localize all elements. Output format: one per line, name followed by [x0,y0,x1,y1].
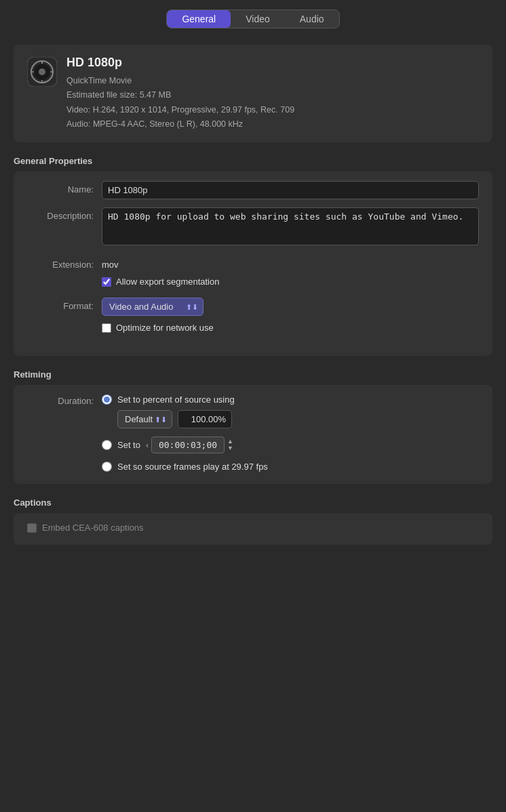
option2-row: Set to ‹ 00:00:03;00 ▲ ▼ [102,437,479,453]
info-card: HD 1080p QuickTime Movie Estimated file … [14,45,492,142]
optimize-network-label: Optimize for network use [116,323,214,333]
export-segmentation-row: Allow export segmentation [102,277,479,287]
timecode-control: ‹ 00:00:03;00 ▲ ▼ [146,437,233,453]
info-title: HD 1080p [66,56,294,70]
tab-audio[interactable]: Audio [285,10,339,28]
info-audio: Audio: MPEG-4 AAC, Stereo (L R), 48.000 … [66,117,294,131]
timecode-arrows[interactable]: ▲ ▼ [227,439,233,451]
description-label: Description: [27,207,102,221]
default-select-wrapper: Default Custom ⬆⬇ [117,410,172,428]
duration-label: Duration: [27,394,102,406]
general-properties-title: General Properties [14,156,492,166]
option2-radio[interactable] [102,440,112,450]
format-select[interactable]: Video and Audio Video Only Audio Only [102,298,203,316]
radio-options: Set to percent of source using Default C… [102,394,479,472]
timecode-display: 00:00:03;00 [151,437,225,453]
embed-cea-label: Embed CEA-608 captions [42,523,144,533]
option3-row: Set so source frames play at 29.97 fps [102,462,479,472]
format-value: Video and Audio Video Only Audio Only ⬆⬇… [102,298,479,336]
embed-cea-checkbox[interactable] [27,523,37,533]
export-segmentation-label: Allow export segmentation [116,277,219,287]
option1-label: Set to percent of source using [117,394,235,405]
timecode-chevron-left[interactable]: ‹ [146,441,149,450]
info-video: Video: H.264, 1920 x 1014, Progressive, … [66,103,294,117]
extension-row: Extension: mov Allow export segmentation [27,256,479,289]
option1-row: Set to percent of source using [102,394,479,405]
duration-row: Duration: Set to percent of source using… [27,394,479,472]
timecode-down-arrow[interactable]: ▼ [227,445,233,451]
option1-controls: Default Custom ⬆⬇ [117,410,479,428]
description-input[interactable] [102,207,479,245]
svg-point-3 [39,68,45,75]
retiming-card: Duration: Set to percent of source using… [14,385,492,484]
captions-card: Embed CEA-608 captions [14,513,492,545]
optimize-network-checkbox[interactable] [102,323,111,333]
extension-value: mov Allow export segmentation [102,256,479,289]
info-format: QuickTime Movie [66,74,294,88]
description-row: Description: [27,207,479,248]
optimize-network-row: Optimize for network use [102,323,479,333]
name-label: Name: [27,181,102,195]
option1-group: Set to percent of source using Default C… [102,394,479,428]
format-select-wrapper: Video and Audio Video Only Audio Only ⬆⬇ [102,298,203,316]
name-value [102,181,479,199]
option2-label: Set to [117,440,140,450]
default-select[interactable]: Default Custom [117,410,172,428]
percent-input[interactable] [178,410,232,428]
timecode-up-arrow[interactable]: ▲ [227,439,233,445]
description-value [102,207,479,248]
format-row: Format: Video and Audio Video Only Audio… [27,298,479,336]
info-text: HD 1080p QuickTime Movie Estimated file … [66,56,294,131]
option1-radio[interactable] [102,394,112,405]
tab-video[interactable]: Video [231,10,285,28]
retiming-title: Retiming [14,369,492,380]
embed-cea-row: Embed CEA-608 captions [27,523,479,533]
tab-bar: General Video Audio [0,0,506,38]
general-properties-card: Name: Description: Extension: mov Allow … [14,171,492,356]
option3-label: Set so source frames play at 29.97 fps [117,462,268,472]
name-row: Name: [27,181,479,199]
option3-radio[interactable] [102,462,112,472]
format-label: Format: [27,298,102,311]
quicktime-icon [27,57,57,87]
extension-label: Extension: [27,256,102,270]
info-filesize: Estimated file size: 5.47 MB [66,88,294,102]
extension-text: mov [102,256,479,270]
captions-title: Captions [14,498,492,508]
main-content: HD 1080p QuickTime Movie Estimated file … [0,38,506,559]
export-segmentation-checkbox[interactable] [102,277,111,287]
name-input[interactable] [102,181,479,199]
tab-general[interactable]: General [167,10,231,28]
tab-group: General Video Audio [166,9,339,28]
